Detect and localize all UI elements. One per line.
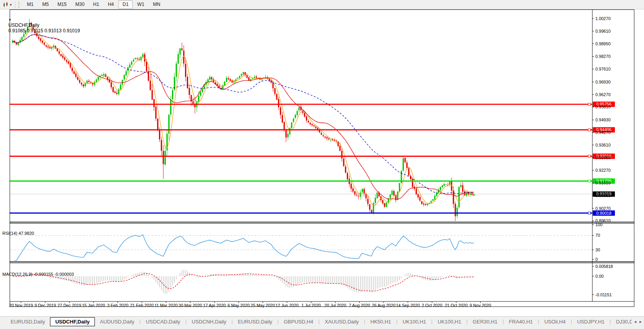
svg-text:7 Aug 2020: 7 Aug 2020 [349,303,370,308]
svg-text:70: 70 [596,233,600,238]
svg-text:14 Sep 2020: 14 Sep 2020 [396,303,420,308]
chart-tabs: EURUSD,DailyUSDCHF,DailyAUDUSD,Daily|USD… [0,317,632,326]
bottom-tab-USDCNH-Daily[interactable]: USDCNH,Daily [187,318,231,326]
svg-text:0: 0 [596,257,598,262]
svg-text:25 May 2020: 25 May 2020 [251,303,275,308]
chart-dropdown-button[interactable]: ▾ [1,1,14,8]
svg-text:0.90018: 0.90018 [596,211,612,216]
timeframe-button-H1[interactable]: H1 [89,0,103,9]
bottom-tab-UK100-H1[interactable]: UK100,H1 [398,318,431,326]
chart-window: 0.957560.944060.930160.917060.900180.910… [0,9,644,316]
svg-text:11 Mar 2020: 11 Mar 2020 [154,303,178,308]
svg-text:9 Nov 2020: 9 Nov 2020 [470,303,491,308]
svg-text:21 Oct 2020: 21 Oct 2020 [445,303,468,308]
svg-text:0.99610: 0.99610 [596,29,611,33]
timeframe-button-M15[interactable]: M15 [54,0,70,9]
svg-text:20 Jul 2020: 20 Jul 2020 [324,303,346,308]
svg-text:0.98950: 0.98950 [596,41,611,46]
svg-text:0.00: 0.00 [596,274,604,279]
svg-text:0.93610: 0.93610 [596,143,611,147]
svg-text:1.00270: 1.00270 [596,16,611,21]
svg-text:0.005818: 0.005818 [596,264,613,269]
ohlc-values: 0.91085 0.91115 0.91013 0.91019 [8,28,80,33]
tabs-scroll-right-icon[interactable]: ▸ [639,319,642,324]
rsi-indicator-label: RSI(14) 47.9820 [2,231,34,236]
bottom-tab-UK100-H1[interactable]: UK100,H1 [433,318,466,326]
bottom-tab-FRA40-H1[interactable]: FRA40,H1 [504,318,538,326]
bottom-tab-XAUUSD-Daily[interactable]: XAUUSD,Daily [320,318,364,326]
svg-text:17 Apr 2020: 17 Apr 2020 [203,303,226,308]
timeframe-buttons: M1M5M15M30H1H4D1W1MN [23,0,165,9]
svg-text:0.90270: 0.90270 [596,206,611,211]
svg-text:12 Jun 2020: 12 Jun 2020 [276,303,299,308]
bottom-tab-GER30-H1[interactable]: GER30,H1 [468,318,503,326]
bottom-tab-AUDUSD-Daily[interactable]: AUDUSD,Daily [95,318,139,326]
timeframe-button-H4[interactable]: H4 [104,0,118,9]
svg-text:3 Feb 2020: 3 Feb 2020 [107,303,128,308]
svg-text:-0.01151: -0.01151 [596,292,612,297]
bottom-tab-USDCHF-Daily[interactable]: USDCHF,Daily [50,317,94,326]
svg-text:9 Dec 2019: 9 Dec 2019 [35,303,56,308]
svg-text:6 May 2020: 6 May 2020 [228,303,250,308]
timeframe-toolbar: ▾ M1M5M15M30H1H4D1W1MN [0,0,644,9]
timeframe-button-W1[interactable]: W1 [133,0,148,9]
svg-text:0.90950: 0.90950 [596,193,611,198]
bottom-tab-USOil-H4[interactable]: USOil,H4 [539,318,571,326]
price-chart[interactable]: 0.957560.944060.930160.917060.900180.910… [0,9,644,316]
chart-tab-bar: EURUSD,DailyUSDCHF,DailyAUDUSD,Daily|USD… [0,316,644,329]
svg-text:0.91610: 0.91610 [596,180,611,185]
svg-text:26 Aug 2020: 26 Aug 2020 [372,303,396,308]
bottom-tab-EURUSD-Daily[interactable]: EURUSD,Daily [233,318,277,326]
candlestick-chart-icon [3,2,9,7]
symbol-period-label: USDCHF,Daily [8,22,39,28]
bottom-tab-DJ30-Daily[interactable]: DJ30,Daily [611,318,632,326]
svg-text:30 Mar 2020: 30 Mar 2020 [178,303,202,308]
svg-text:21 Feb 2020: 21 Feb 2020 [130,303,154,308]
timeframe-button-M30[interactable]: M30 [71,0,88,9]
dropdown-caret-icon: ▾ [10,3,12,7]
svg-text:0.94930: 0.94930 [596,117,611,122]
svg-text:0.92270: 0.92270 [596,168,611,173]
collapse-triangle-icon[interactable]: ▼ [8,18,11,22]
tabs-scroll-left-icon[interactable]: ◂ [634,319,637,324]
svg-text:0.92950: 0.92950 [596,155,611,160]
svg-text:0.96270: 0.96270 [596,92,611,97]
timeframe-button-M1[interactable]: M1 [23,0,38,9]
svg-text:30: 30 [596,247,600,252]
chart-title: ▼ USDCHF,Daily 0.91085 0.91115 0.91013 0… [3,11,80,39]
svg-text:0.94270: 0.94270 [596,130,611,135]
svg-text:2 Oct 2020: 2 Oct 2020 [422,303,442,308]
svg-text:1 Jul 2020: 1 Jul 2020 [302,303,321,308]
timeframe-button-D1[interactable]: D1 [118,0,132,9]
toolbar-grip[interactable] [19,2,21,8]
macd-indicator-label: MACD(12,26,9) -0.000155 -0.000003 [2,272,74,277]
svg-text:0.98270: 0.98270 [596,54,611,59]
bottom-tab-GBPUSD-H4[interactable]: GBPUSD,H4 [279,318,318,326]
bottom-tab-EURUSD-Daily[interactable]: EURUSD,Daily [6,318,50,326]
toolbar-separator [15,1,15,8]
bottom-tab-HK50-H1[interactable]: HK50,H1 [365,318,396,326]
svg-text:27 Dec 2019: 27 Dec 2019 [57,303,81,308]
svg-text:0.97610: 0.97610 [596,67,611,71]
bottom-tab-USDJPY-H1[interactable]: USDJPY,H1 [572,318,610,326]
bottom-tab-USDCAD-Daily[interactable]: USDCAD,Daily [141,318,185,326]
svg-text:15 Jan 2020: 15 Jan 2020 [82,303,105,308]
svg-text:20 Nov 2019: 20 Nov 2019 [9,303,33,308]
svg-text:0.96930: 0.96930 [596,80,611,84]
timeframe-button-M5[interactable]: M5 [38,0,53,9]
timeframe-button-MN[interactable]: MN [149,0,165,9]
svg-text:0.95610: 0.95610 [596,104,611,109]
